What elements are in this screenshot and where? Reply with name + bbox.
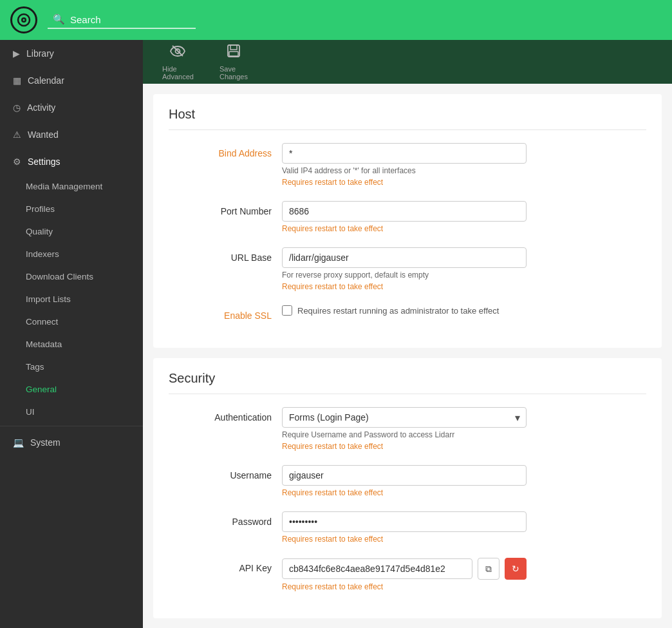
- api-key-restart: Requires restart to take effect: [282, 582, 646, 591]
- copy-icon: ⧉: [485, 564, 492, 575]
- authentication-select[interactable]: None (Disabled) Forms (Login Page) Basic…: [282, 407, 527, 428]
- sidebar-item-library[interactable]: ▶ Library: [0, 40, 143, 67]
- search-input[interactable]: [70, 14, 191, 25]
- username-row: Username Requires restart to take effect: [169, 465, 646, 497]
- api-key-copy-button[interactable]: ⧉: [478, 558, 499, 580]
- search-icon: 🔍: [53, 14, 65, 25]
- bind-address-hint: Valid IP4 address or '*' for all interfa…: [282, 166, 646, 175]
- host-section: Host Bind Address Valid IP4 address or '…: [153, 94, 662, 348]
- main-layout: ▶ Library ▦ Calendar ◷ Activity ⚠ Wanted…: [0, 40, 672, 628]
- settings-content: Host Bind Address Valid IP4 address or '…: [143, 84, 672, 628]
- sidebar-sub-ui[interactable]: UI: [0, 401, 143, 423]
- library-icon: ▶: [13, 48, 20, 59]
- hide-advanced-label: HideAdvanced: [162, 65, 194, 81]
- authentication-select-wrapper: None (Disabled) Forms (Login Page) Basic…: [282, 407, 527, 428]
- password-restart: Requires restart to take effect: [282, 535, 646, 544]
- url-base-label: URL Base: [169, 247, 272, 263]
- api-key-field: ⧉ ↻ Requires restart to take effect: [282, 558, 646, 591]
- username-label: Username: [169, 465, 272, 481]
- sidebar-sub-general[interactable]: General: [0, 378, 143, 401]
- url-base-hint: For reverse proxy support, default is em…: [282, 271, 646, 280]
- sidebar-sub-indexers[interactable]: Indexers: [0, 243, 143, 265]
- sidebar-label-activity: Activity: [27, 102, 55, 113]
- url-base-field: For reverse proxy support, default is em…: [282, 247, 646, 291]
- api-key-refresh-button[interactable]: ↻: [505, 558, 527, 580]
- settings-icon: ⚙: [13, 157, 21, 167]
- search-bar[interactable]: 🔍: [48, 11, 196, 29]
- authentication-hint: Require Username and Password to access …: [282, 430, 646, 439]
- bind-address-row: Bind Address Valid IP4 address or '*' fo…: [169, 143, 646, 187]
- sidebar-sub-quality[interactable]: Quality: [0, 220, 143, 243]
- sidebar-item-activity[interactable]: ◷ Activity: [0, 94, 143, 121]
- refresh-icon: ↻: [512, 564, 519, 574]
- sidebar-item-wanted[interactable]: ⚠ Wanted: [0, 121, 143, 148]
- bind-address-input[interactable]: [282, 143, 527, 164]
- sidebar-divider: [0, 426, 143, 426]
- sidebar: ▶ Library ▦ Calendar ◷ Activity ⚠ Wanted…: [0, 40, 143, 628]
- enable-ssl-label: Enable SSL: [169, 305, 272, 321]
- username-restart: Requires restart to take effect: [282, 488, 646, 497]
- sidebar-label-calendar: Calendar: [28, 75, 64, 86]
- username-input[interactable]: [282, 465, 527, 486]
- bind-address-restart: Requires restart to take effect: [282, 178, 646, 187]
- wanted-icon: ⚠: [13, 129, 21, 140]
- sidebar-sub-import-lists[interactable]: Import Lists: [0, 288, 143, 310]
- save-icon: [226, 43, 241, 62]
- save-changes-button[interactable]: SaveChanges: [213, 40, 254, 84]
- hide-advanced-icon: [170, 43, 185, 62]
- api-key-input[interactable]: [282, 558, 472, 579]
- api-key-input-row: ⧉ ↻: [282, 558, 527, 580]
- port-number-label: Port Number: [169, 201, 272, 216]
- sidebar-item-system[interactable]: 💻 System: [0, 429, 143, 456]
- password-field: Requires restart to take effect: [282, 511, 646, 544]
- hide-advanced-button[interactable]: HideAdvanced: [156, 40, 200, 84]
- url-base-input[interactable]: [282, 247, 527, 268]
- app-logo[interactable]: [10, 6, 37, 33]
- topbar: 🔍: [0, 0, 672, 40]
- enable-ssl-checkbox-row: Requires restart running as administrato…: [282, 305, 646, 316]
- sidebar-label-wanted: Wanted: [28, 129, 59, 140]
- authentication-label: Authentication: [169, 407, 272, 423]
- enable-ssl-hint: Requires restart running as administrato…: [297, 306, 499, 316]
- sidebar-sub-profiles[interactable]: Profiles: [0, 198, 143, 220]
- svg-point-2: [23, 19, 25, 21]
- sidebar-item-calendar[interactable]: ▦ Calendar: [0, 67, 143, 94]
- enable-ssl-field: Requires restart running as administrato…: [282, 305, 646, 316]
- authentication-restart: Requires restart to take effect: [282, 442, 646, 451]
- sidebar-item-settings[interactable]: ⚙ Settings: [0, 148, 143, 175]
- enable-ssl-checkbox[interactable]: [282, 305, 292, 316]
- authentication-row: Authentication None (Disabled) Forms (Lo…: [169, 407, 646, 451]
- bind-address-label: Bind Address: [169, 143, 272, 158]
- sidebar-sub-tags[interactable]: Tags: [0, 356, 143, 378]
- bind-address-field: Valid IP4 address or '*' for all interfa…: [282, 143, 646, 187]
- password-input[interactable]: [282, 511, 527, 532]
- url-base-row: URL Base For reverse proxy support, defa…: [169, 247, 646, 291]
- system-icon: 💻: [13, 437, 24, 448]
- content-area: HideAdvanced SaveChanges Host: [143, 40, 672, 628]
- svg-rect-7: [229, 52, 238, 56]
- security-section: Security Authentication None (Disabled) …: [153, 358, 662, 618]
- url-base-restart: Requires restart to take effect: [282, 282, 646, 291]
- svg-rect-6: [230, 45, 237, 50]
- api-key-row: API Key ⧉ ↻ Requires restart to take eff…: [169, 558, 646, 591]
- host-title: Host: [169, 107, 646, 130]
- enable-ssl-row: Enable SSL Requires restart running as a…: [169, 305, 646, 321]
- password-label: Password: [169, 511, 272, 527]
- authentication-field: None (Disabled) Forms (Login Page) Basic…: [282, 407, 646, 451]
- sidebar-label-settings: Settings: [28, 157, 61, 167]
- security-title: Security: [169, 371, 646, 394]
- calendar-icon: ▦: [13, 75, 21, 86]
- sidebar-sub-download-clients[interactable]: Download Clients: [0, 265, 143, 288]
- port-number-row: Port Number Requires restart to take eff…: [169, 201, 646, 233]
- sidebar-sub-connect[interactable]: Connect: [0, 310, 143, 333]
- api-key-label: API Key: [169, 558, 272, 573]
- save-changes-label: SaveChanges: [219, 65, 248, 81]
- toolbar: HideAdvanced SaveChanges: [143, 40, 672, 84]
- sidebar-sub-media-management[interactable]: Media Management: [0, 175, 143, 198]
- port-number-input[interactable]: [282, 201, 527, 222]
- sidebar-sub-metadata[interactable]: Metadata: [0, 333, 143, 356]
- port-number-field: Requires restart to take effect: [282, 201, 646, 233]
- sidebar-label-system: System: [30, 437, 61, 448]
- activity-icon: ◷: [13, 102, 21, 113]
- sidebar-label-library: Library: [26, 48, 54, 59]
